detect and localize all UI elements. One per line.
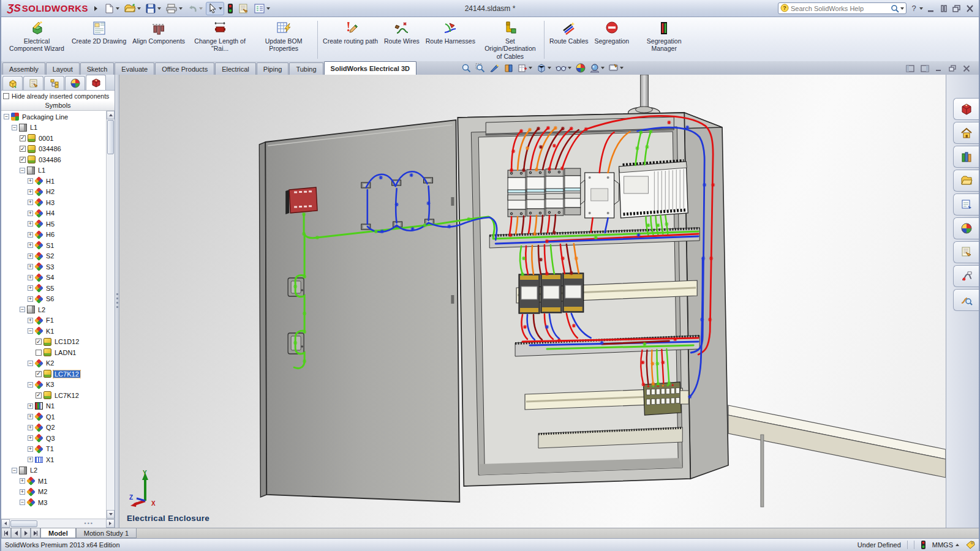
tab-tubing[interactable]: Tubing: [289, 62, 323, 75]
tab-layout[interactable]: Layout: [46, 62, 80, 75]
expander-minus-icon[interactable]: [28, 361, 33, 366]
task-tab-solidworks-electrical[interactable]: [953, 98, 979, 120]
expander-plus-icon[interactable]: [28, 178, 33, 184]
tree-item-0001[interactable]: 0001: [1, 133, 106, 144]
panel-splitter[interactable]: [115, 75, 119, 528]
tree-item-q3[interactable]: Q3: [1, 433, 106, 444]
expander-plus-icon[interactable]: [28, 189, 33, 195]
status-traffic-light-icon[interactable]: [921, 540, 926, 550]
tree-item-lc7k12-selected[interactable]: LC7K12: [1, 369, 106, 380]
pane-left-icon[interactable]: [906, 65, 914, 72]
k-contactors[interactable]: [519, 273, 584, 313]
expander-plus-icon[interactable]: [28, 457, 33, 462]
set-origin-destination-button[interactable]: Set Origin/Destination of Cables: [478, 18, 542, 61]
task-tab-appearances[interactable]: [953, 217, 979, 239]
expander-plus-icon[interactable]: [28, 446, 33, 452]
scroll-thumb[interactable]: [10, 520, 37, 527]
tab-piping[interactable]: Piping: [257, 62, 289, 75]
task-tab-design-library[interactable]: [953, 146, 979, 168]
apply-scene-button[interactable]: [590, 63, 605, 73]
fly-through-button[interactable]: [489, 63, 499, 73]
segregation-button[interactable]: Segregation: [592, 18, 633, 61]
restore-icon[interactable]: [952, 5, 961, 12]
checkbox-checked[interactable]: [36, 392, 42, 399]
panel-tab-electrical-manager[interactable]: [86, 75, 106, 90]
tree-item-t1[interactable]: T1: [1, 444, 106, 455]
route-harnesses-button[interactable]: Route Harnesses: [423, 18, 478, 61]
change-length-button[interactable]: Change Length of "Rai...: [188, 18, 252, 61]
conveyor-beam[interactable]: [728, 405, 946, 507]
tree-item-h4[interactable]: H4: [1, 208, 106, 219]
expander-plus-icon[interactable]: [28, 414, 33, 419]
task-tab-route-properties[interactable]: [953, 265, 979, 287]
tree-item-q1[interactable]: Q1: [1, 411, 106, 422]
tab-solidworks-electrical-3d[interactable]: SolidWorks Electrical 3D: [324, 61, 417, 75]
tree-item-s5[interactable]: S5: [1, 283, 106, 294]
expander-minus-icon[interactable]: [28, 382, 33, 388]
properties-button[interactable]: [236, 2, 251, 15]
search-icon[interactable]: [891, 4, 899, 13]
expander-plus-icon[interactable]: [28, 425, 33, 430]
model-tab[interactable]: Model: [40, 528, 76, 538]
menu-flyout-arrow-icon[interactable]: [94, 6, 97, 11]
tree-item-n1[interactable]: N1: [1, 401, 106, 412]
task-tab-route-analysis[interactable]: [953, 289, 979, 311]
expander-minus-icon[interactable]: [28, 328, 33, 334]
checkbox-checked[interactable]: [20, 146, 26, 152]
tree-item-s3[interactable]: S3: [1, 261, 106, 272]
tree-item-lc1d12[interactable]: LC1D12: [1, 337, 106, 348]
edit-appearance-button[interactable]: [576, 63, 586, 73]
doc-minimize-icon[interactable]: [935, 65, 943, 72]
scroll-right-arrow[interactable]: [106, 519, 115, 528]
expander-plus-icon[interactable]: [28, 200, 33, 205]
tree-item-s6[interactable]: S6: [1, 294, 106, 305]
tree-item-f1[interactable]: F1: [1, 315, 106, 326]
tree-item-lc7k12[interactable]: LC7K12: [1, 390, 106, 401]
minimize-icon[interactable]: [927, 5, 935, 12]
tree-item-h1[interactable]: H1: [1, 176, 106, 187]
tree-item-l2-bottom[interactable]: L2: [1, 465, 106, 476]
task-tab-home[interactable]: [953, 122, 979, 144]
viewport-3d-scene[interactable]: [119, 75, 946, 528]
first-tab-button[interactable]: [1, 528, 11, 538]
close-icon[interactable]: [966, 5, 974, 12]
view-orientation-button[interactable]: [518, 63, 532, 73]
tree-item-ladn1[interactable]: LADN1: [1, 347, 106, 358]
expander-plus-icon[interactable]: [28, 242, 33, 248]
tag-icon[interactable]: [965, 540, 975, 550]
units-selector[interactable]: MMGS: [932, 541, 959, 549]
tree-item-q2[interactable]: Q2: [1, 422, 106, 433]
scroll-left-arrow[interactable]: [1, 519, 10, 528]
expander-minus-icon[interactable]: [12, 468, 17, 473]
door-relay[interactable]: [289, 187, 317, 213]
tree-item-k3[interactable]: K3: [1, 380, 106, 391]
panel-tab-properties[interactable]: [23, 76, 43, 90]
tree-item-s4[interactable]: S4: [1, 272, 106, 283]
tree-item-x1[interactable]: X1: [1, 454, 106, 465]
tree-item-l1[interactable]: L1: [1, 122, 106, 133]
expander-minus-icon[interactable]: [12, 125, 17, 130]
mounting-rod[interactable]: [628, 75, 660, 118]
expander-plus-icon[interactable]: [28, 253, 33, 259]
display-style-button[interactable]: [537, 63, 551, 73]
hide-inserted-checkbox[interactable]: [3, 93, 9, 99]
tab-assembly[interactable]: Assembly: [2, 62, 45, 75]
tree-item-034486[interactable]: 034486: [1, 144, 106, 155]
last-tab-button[interactable]: [31, 528, 40, 538]
select-tool-button[interactable]: [206, 2, 224, 15]
zoom-to-fit-button[interactable]: [461, 63, 471, 73]
expander-minus-icon[interactable]: [4, 114, 9, 119]
panel-tab-appearances[interactable]: [65, 76, 85, 90]
tree-item-m3[interactable]: M3: [1, 497, 106, 508]
main-contactor[interactable]: [581, 173, 619, 218]
electrical-component-wizard-button[interactable]: Electrical Component Wizard: [5, 18, 69, 61]
checkbox-checked[interactable]: [20, 135, 26, 141]
scroll-down-arrow[interactable]: [107, 510, 115, 519]
tree-item-h3[interactable]: H3: [1, 197, 106, 208]
tree-item-h6[interactable]: H6: [1, 230, 106, 241]
expander-plus-icon[interactable]: [28, 296, 33, 302]
checkbox-checked[interactable]: [36, 371, 42, 377]
doc-close-icon[interactable]: [963, 65, 970, 72]
zoom-to-area-button[interactable]: [475, 63, 485, 73]
expander-plus-icon[interactable]: [28, 403, 33, 409]
